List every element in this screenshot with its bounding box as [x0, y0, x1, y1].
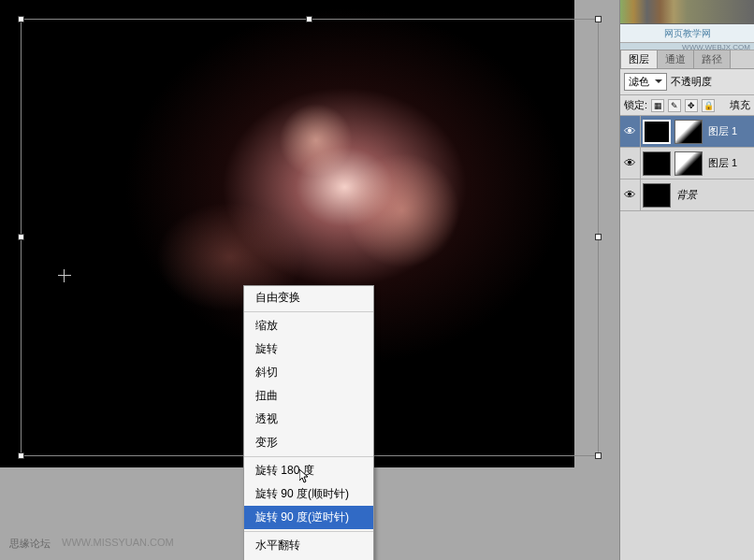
visibility-eye-icon[interactable]: 👁 — [624, 124, 636, 138]
menu-flip-horizontal[interactable]: 水平翻转 — [244, 534, 373, 557]
lock-position-icon[interactable]: ✥ — [685, 99, 698, 112]
fill-label: 填充 — [730, 98, 750, 112]
layer-row[interactable]: 👁 图层 1 — [620, 116, 754, 148]
chevron-down-icon — [655, 79, 662, 87]
menu-separator — [244, 456, 373, 457]
panels-dock: 网页教学网 WWW.WEBJX.COM 图层 通道 路径 滤色 不透明度 锁定:… — [619, 0, 754, 560]
tab-channels[interactable]: 通道 — [657, 50, 694, 68]
menu-distort[interactable]: 扭曲 — [244, 384, 373, 408]
menu-perspective[interactable]: 透视 — [244, 408, 373, 431]
layer-name[interactable]: 背景 — [673, 188, 754, 202]
swatches-panel[interactable] — [620, 0, 754, 24]
menu-rotate-90-ccw[interactable]: 旋转 90 度(逆时针) — [244, 506, 373, 529]
lock-transparency-icon[interactable]: ▦ — [651, 99, 664, 112]
layer-thumbnail[interactable] — [643, 120, 671, 144]
footer-url: WWW.MISSYUAN.COM — [62, 537, 174, 551]
footer-forum: 思缘论坛 — [9, 537, 51, 551]
layer-name[interactable]: 图层 1 — [704, 156, 754, 170]
tab-layers[interactable]: 图层 — [620, 50, 658, 68]
menu-separator — [244, 311, 373, 312]
layer-row[interactable]: 👁 背景 — [620, 179, 754, 211]
transform-handle-br[interactable] — [595, 452, 602, 459]
menu-free-transform[interactable]: 自由变换 — [244, 286, 373, 309]
lock-pixels-icon[interactable]: ✎ — [668, 99, 681, 112]
menu-rotate-90-cw[interactable]: 旋转 90 度(顺时针) — [244, 482, 373, 506]
watermark-banner: 网页教学网 — [620, 24, 754, 43]
banner-text: 网页教学网 — [664, 27, 711, 40]
transform-reference-point[interactable] — [58, 269, 71, 282]
layer-mask-thumbnail[interactable] — [674, 120, 703, 144]
layers-panel-tabs: 图层 通道 路径 — [620, 50, 754, 69]
menu-rotate[interactable]: 旋转 — [244, 337, 373, 361]
blend-mode-select[interactable]: 滤色 — [624, 73, 667, 91]
menu-separator — [244, 531, 373, 532]
layer-row[interactable]: 👁 图层 1 — [620, 148, 754, 179]
menu-scale[interactable]: 缩放 — [244, 314, 373, 337]
layer-thumbnail[interactable] — [643, 183, 671, 208]
footer-watermark: 思缘论坛 WWW.MISSYUAN.COM — [9, 537, 174, 551]
menu-rotate-180[interactable]: 旋转 180 度 — [244, 459, 373, 482]
opacity-label: 不透明度 — [671, 75, 712, 89]
lock-label: 锁定: — [624, 98, 647, 112]
blend-mode-value: 滤色 — [629, 75, 649, 89]
layer-thumbnail[interactable] — [643, 151, 671, 176]
layer-name[interactable]: 图层 1 — [704, 124, 754, 138]
lock-all-icon[interactable]: 🔒 — [702, 99, 715, 112]
transform-context-menu: 自由变换 缩放 旋转 斜切 扭曲 透视 变形 旋转 180 度 旋转 90 度(… — [243, 285, 374, 560]
layer-mask-thumbnail[interactable] — [674, 151, 703, 176]
visibility-eye-icon[interactable]: 👁 — [624, 188, 636, 202]
visibility-eye-icon[interactable]: 👁 — [624, 156, 636, 170]
menu-warp[interactable]: 变形 — [244, 431, 373, 454]
transform-handle-tr[interactable] — [595, 16, 602, 22]
menu-skew[interactable]: 斜切 — [244, 361, 373, 384]
tab-paths[interactable]: 路径 — [693, 50, 731, 68]
layers-list: 👁 图层 1 👁 图层 1 👁 背景 — [620, 116, 754, 211]
transform-handle-mr[interactable] — [595, 234, 602, 240]
